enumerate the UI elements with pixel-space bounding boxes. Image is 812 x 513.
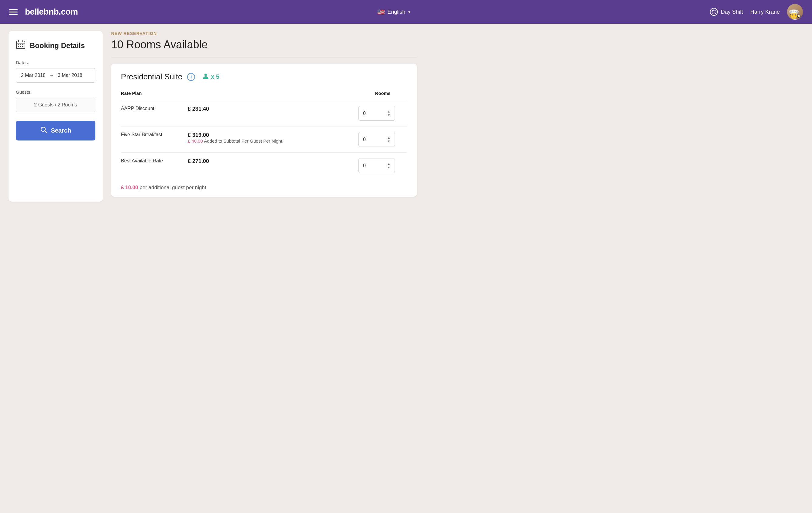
- guest-count: x 5: [202, 73, 219, 81]
- search-label: Search: [51, 127, 71, 134]
- guests-label: Guests:: [16, 89, 95, 94]
- qty-control[interactable]: 0▲▼: [358, 158, 395, 173]
- rate-price-col: £ 319.00£ 40.00 Added to Subtotal Per Gu…: [188, 127, 358, 153]
- rate-table: Rate Plan Rooms AARP Discount£ 231.400▲▼…: [121, 87, 407, 179]
- qty-control[interactable]: 0▲▼: [358, 132, 395, 147]
- qty-arrows: ▲▼: [387, 162, 390, 169]
- room-header: Presidential Suite i x 5: [121, 72, 407, 81]
- rooms-cell: 0▲▼: [358, 100, 407, 127]
- rate-name: Five Star Breakfast: [121, 127, 188, 153]
- svg-point-21: [204, 74, 207, 76]
- rate-price: £ 231.40: [188, 106, 358, 112]
- svg-rect-17: [20, 46, 21, 47]
- qty-control[interactable]: 0▲▼: [358, 106, 395, 121]
- section-label: NEW RESERVATION: [111, 31, 417, 36]
- qty-arrows: ▲▼: [387, 136, 390, 143]
- price-header: [188, 87, 358, 100]
- qty-value: 0: [363, 137, 366, 142]
- person-icon: [202, 73, 209, 81]
- svg-rect-15: [22, 45, 23, 45]
- rate-plan-header: Rate Plan: [121, 87, 188, 100]
- day-shift[interactable]: Day Shift: [710, 8, 743, 16]
- sun-icon: [710, 8, 718, 16]
- charge-text: per additional guest per night: [139, 185, 206, 190]
- rooms-cell: 0▲▼: [358, 153, 407, 179]
- dates-label: Dates:: [16, 60, 95, 65]
- rooms-cell: 0▲▼: [358, 127, 407, 153]
- svg-line-20: [45, 131, 47, 133]
- guests-value: 2 Guests / 2 Rooms: [34, 102, 77, 107]
- rate-price-col: £ 271.00: [188, 153, 358, 179]
- room-card: Presidential Suite i x 5 Rate Plan: [111, 63, 417, 197]
- rate-price-col: £ 231.40: [188, 100, 358, 127]
- table-row: Five Star Breakfast£ 319.00£ 40.00 Added…: [121, 127, 407, 153]
- date-to: 3 Mar 2018: [58, 73, 82, 78]
- calendar-icon: [16, 39, 26, 51]
- rooms-header: Rooms: [358, 87, 407, 100]
- svg-line-6: [715, 13, 716, 14]
- chevron-down-icon: ▾: [408, 10, 410, 14]
- info-icon[interactable]: i: [187, 73, 195, 81]
- main-content: Booking Details Dates: 2 Mar 2018 → 3 Ma…: [0, 24, 425, 209]
- header-right: Day Shift Harry Krane 👨‍🍳: [710, 4, 803, 20]
- rate-price: £ 319.00: [188, 132, 358, 138]
- panel-title: Booking Details: [30, 42, 85, 50]
- search-icon: [40, 126, 48, 135]
- header: bellebnb.com 🇺🇸 English ▾ Day Shi: [0, 0, 812, 24]
- rate-name: Best Available Rate: [121, 153, 188, 179]
- language-selector[interactable]: 🇺🇸 English ▾: [377, 8, 410, 16]
- rate-price: £ 271.00: [188, 158, 358, 164]
- room-name: Presidential Suite: [121, 72, 182, 81]
- guest-capacity: x 5: [211, 73, 219, 80]
- dates-input[interactable]: 2 Mar 2018 → 3 Mar 2018: [16, 68, 95, 83]
- qty-arrows: ▲▼: [387, 110, 390, 117]
- section-heading: 10 Rooms Available: [111, 38, 417, 51]
- svg-line-8: [712, 13, 713, 14]
- rate-surcharge: £ 40.00 Added to Subtotal Per Guest Per …: [188, 138, 358, 144]
- table-row: AARP Discount£ 231.400▲▼: [121, 100, 407, 127]
- charge-amount: £ 10.00: [121, 185, 138, 190]
- logo: bellebnb.com: [25, 7, 78, 17]
- date-from: 2 Mar 2018: [21, 73, 46, 78]
- panel-title-row: Booking Details: [16, 39, 95, 51]
- search-button[interactable]: Search: [16, 121, 95, 140]
- qty-value: 0: [363, 163, 366, 168]
- arrow-icon: →: [49, 73, 54, 78]
- booking-panel: Booking Details Dates: 2 Mar 2018 → 3 Ma…: [8, 31, 103, 201]
- avatar[interactable]: 👨‍🍳: [787, 4, 803, 20]
- svg-line-7: [715, 10, 716, 10]
- svg-rect-18: [22, 46, 23, 47]
- divider: [111, 57, 417, 57]
- language-label: English: [387, 9, 405, 15]
- user-name: Harry Krane: [750, 9, 780, 15]
- svg-rect-16: [18, 46, 19, 47]
- flag-icon: 🇺🇸: [377, 8, 385, 16]
- svg-point-0: [713, 11, 715, 13]
- rate-name: AARP Discount: [121, 100, 188, 127]
- svg-rect-13: [18, 45, 19, 45]
- menu-icon[interactable]: [9, 9, 18, 15]
- qty-value: 0: [363, 111, 366, 116]
- right-panel: NEW RESERVATION 10 Rooms Available Presi…: [111, 31, 417, 201]
- svg-rect-14: [20, 45, 21, 45]
- day-shift-label: Day Shift: [721, 9, 743, 15]
- additional-charge: £ 10.00 per additional guest per night: [121, 179, 407, 197]
- svg-line-5: [712, 10, 713, 10]
- table-row: Best Available Rate£ 271.000▲▼: [121, 153, 407, 179]
- guests-input[interactable]: 2 Guests / 2 Rooms: [16, 98, 95, 112]
